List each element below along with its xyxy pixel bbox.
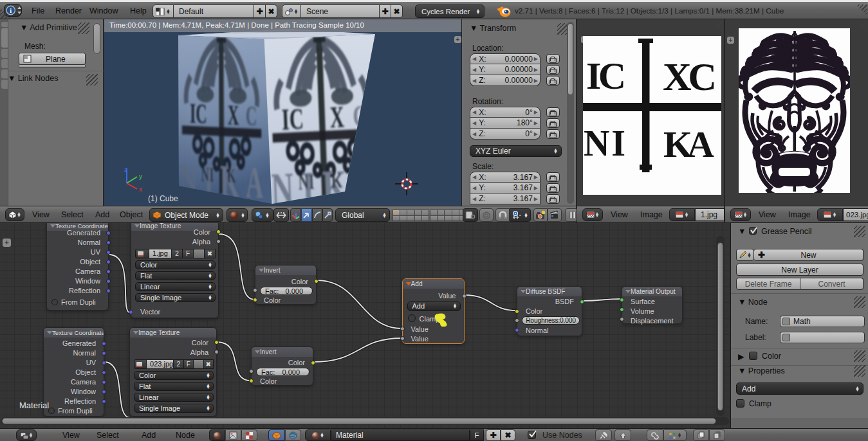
svg-text:y: y — [139, 173, 142, 180]
svg-text:KA: KA — [663, 123, 714, 165]
svg-text:i: i — [10, 7, 12, 14]
svg-text:z: z — [124, 166, 127, 173]
svg-text:IC: IC — [586, 55, 626, 97]
svg-text:XC: XC — [663, 55, 717, 98]
svg-text:x: x — [139, 186, 142, 193]
svg-text:NI: NI — [584, 123, 625, 163]
